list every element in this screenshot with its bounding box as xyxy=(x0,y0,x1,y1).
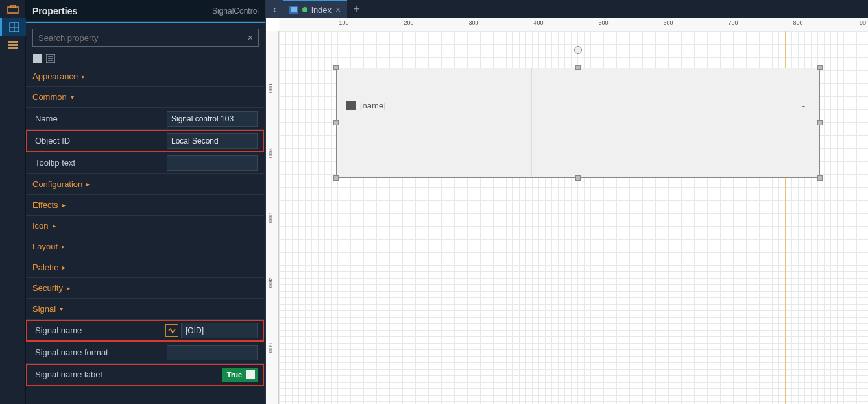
sidebar-icon-rail xyxy=(0,0,26,404)
svg-rect-14 xyxy=(291,7,297,12)
signal-binding-icon[interactable] xyxy=(165,324,178,337)
canvas[interactable]: [name] - xyxy=(279,31,868,404)
section-common[interactable]: Common▾ xyxy=(26,87,264,108)
svg-rect-5 xyxy=(8,41,18,43)
section-palette[interactable]: Palette▸ xyxy=(26,257,264,278)
search-property-box[interactable]: × xyxy=(32,29,259,47)
sidebar-list-icon[interactable] xyxy=(0,36,26,55)
chevron-down-icon: ▾ xyxy=(60,305,63,312)
section-effects[interactable]: Effects▸ xyxy=(26,195,264,216)
chevron-right-icon: ▸ xyxy=(62,201,66,208)
chevron-down-icon: ▾ xyxy=(71,94,74,101)
component-name-label: [name] xyxy=(360,101,386,110)
clear-icon[interactable]: × xyxy=(248,32,253,43)
editor-area: ‹ index × + 100 200 300 400 500 600 700 … xyxy=(266,0,868,404)
section-signal[interactable]: Signal▾ xyxy=(26,299,264,320)
close-icon[interactable]: × xyxy=(335,5,341,15)
signal-wave-icon xyxy=(346,101,356,110)
status-dot-icon xyxy=(302,7,307,12)
properties-panel: Properties SignalControl × Appearance▸ C… xyxy=(26,0,266,404)
signal-name-format-label: Signal name format xyxy=(32,347,167,357)
section-security[interactable]: Security▸ xyxy=(26,278,264,299)
sidebar-toolbox-icon[interactable] xyxy=(0,0,26,18)
section-layout[interactable]: Layout▸ xyxy=(26,236,264,257)
object-id-label: Object ID xyxy=(32,136,167,145)
tab-index[interactable]: index × xyxy=(283,0,347,18)
svg-rect-1 xyxy=(10,5,16,8)
resize-handle[interactable] xyxy=(575,175,581,181)
resize-handle[interactable] xyxy=(817,175,823,181)
name-label: Name xyxy=(32,114,167,123)
section-icon[interactable]: Icon▸ xyxy=(26,216,264,236)
prop-row-signal-name-label: Signal name label True xyxy=(26,364,264,386)
prop-row-signal-name-format: Signal name format xyxy=(26,342,264,364)
svg-rect-8 xyxy=(33,54,42,63)
chevron-right-icon: ▸ xyxy=(82,73,85,80)
section-appearance[interactable]: Appearance▸ xyxy=(26,66,264,87)
prop-row-signal-name: Signal name xyxy=(26,320,264,342)
signal-control-component[interactable]: [name] - xyxy=(336,68,820,178)
signal-name-label: Signal name xyxy=(32,325,165,335)
signal-name-label-toggle[interactable]: True xyxy=(222,368,258,382)
properties-sections: Appearance▸ Common▾ Name Object ID Toolt… xyxy=(26,66,265,404)
divider xyxy=(531,68,532,177)
chevron-right-icon: ▸ xyxy=(62,243,65,250)
toggle-value: True xyxy=(227,371,242,379)
sidebar-grid-icon[interactable] xyxy=(0,18,26,36)
signal-name-label-label: Signal name label xyxy=(32,370,222,379)
view-categorized-icon[interactable] xyxy=(32,53,43,64)
signal-name-format-input[interactable] xyxy=(167,345,258,360)
tabs-bar: ‹ index × + xyxy=(266,0,868,18)
svg-rect-6 xyxy=(8,44,18,46)
ruler-vertical: 100 200 300 400 500 xyxy=(266,31,279,404)
page-icon xyxy=(289,6,298,14)
resize-handle[interactable] xyxy=(333,175,339,181)
properties-title: Properties xyxy=(32,6,212,16)
prop-row-name: Name xyxy=(26,108,264,130)
ruler-horizontal: 100 200 300 400 500 600 700 800 90 xyxy=(279,18,868,31)
object-id-input[interactable] xyxy=(167,133,258,149)
tab-prev-icon[interactable]: ‹ xyxy=(266,0,283,18)
component-value: - xyxy=(802,101,810,110)
prop-row-tooltip: Tooltip text xyxy=(26,152,264,174)
view-alphabetical-icon[interactable] xyxy=(45,53,56,64)
properties-subtitle: SignalControl xyxy=(212,6,259,16)
search-input[interactable] xyxy=(38,33,248,43)
resize-handle[interactable] xyxy=(333,65,339,70)
resize-handle[interactable] xyxy=(817,120,823,125)
toggle-knob xyxy=(246,370,255,379)
properties-header: Properties SignalControl xyxy=(26,0,265,22)
chevron-right-icon: ▸ xyxy=(86,181,90,188)
guide-v xyxy=(295,31,295,404)
svg-point-15 xyxy=(302,7,307,12)
svg-rect-7 xyxy=(8,47,18,49)
rotate-handle[interactable] xyxy=(574,46,582,54)
signal-name-input[interactable] xyxy=(181,323,258,338)
chevron-right-icon: ▸ xyxy=(53,222,56,229)
resize-handle[interactable] xyxy=(575,65,581,70)
tab-label: index xyxy=(311,5,332,15)
tooltip-input[interactable] xyxy=(167,155,258,171)
add-tab-button[interactable]: + xyxy=(347,0,365,18)
chevron-right-icon: ▸ xyxy=(62,264,66,271)
canvas-container: 100 200 300 400 500 600 700 800 90 100 2… xyxy=(266,18,868,404)
name-input[interactable] xyxy=(167,111,258,127)
chevron-right-icon: ▸ xyxy=(67,284,70,292)
guide-h xyxy=(279,47,868,47)
resize-handle[interactable] xyxy=(333,120,339,125)
prop-row-object-id: Object ID xyxy=(26,130,264,152)
resize-handle[interactable] xyxy=(817,65,823,70)
section-configuration[interactable]: Configuration▸ xyxy=(26,174,264,195)
tooltip-label: Tooltip text xyxy=(32,158,167,168)
